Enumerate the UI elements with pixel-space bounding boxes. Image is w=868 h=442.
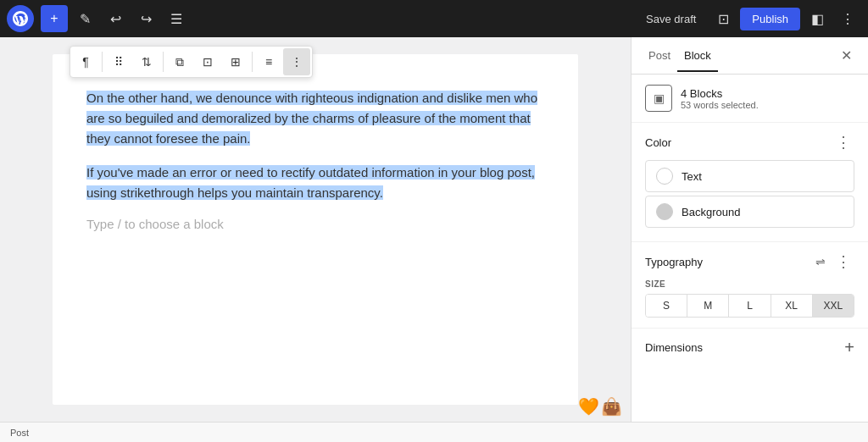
background-color-circle (656, 203, 673, 220)
add-block-button[interactable]: + (41, 5, 68, 32)
editor-area: ¶ ⠿ ⇅ ⧉ ⊡ ⊞ (0, 37, 631, 422)
editor-content[interactable]: ¶ ⠿ ⇅ ⧉ ⊡ ⊞ (53, 54, 578, 405)
drag-icon: ⠿ (114, 55, 123, 69)
typography-filters-button[interactable]: ⇌ (812, 254, 829, 269)
publish-button[interactable]: Publish (740, 8, 800, 30)
pen-icon: ✎ (80, 11, 91, 27)
toolbar-divider (102, 52, 103, 72)
redo-button[interactable]: ↪ (132, 5, 159, 32)
settings-button[interactable]: ◧ (804, 5, 831, 32)
text-align-button[interactable]: ≡ (255, 48, 282, 75)
undo-icon: ↩ (110, 11, 121, 27)
text-align-icon: ≡ (265, 55, 272, 69)
toolbar-divider-2 (163, 52, 164, 72)
add-dimensions-icon: + (844, 338, 854, 356)
text-color-label: Text (682, 170, 702, 183)
paragraph-icon: ¶ (82, 55, 89, 69)
paragraph-type-button[interactable]: ¶ (72, 48, 99, 75)
color-section-title: Color (645, 136, 671, 149)
heart-emoji: 🧡 (578, 396, 599, 417)
paragraph-1: On the other hand, we denounce with righ… (86, 88, 544, 149)
text-color-circle (656, 168, 673, 185)
typography-section: Typography ⇌ ⋮ SIZE S M L XL XXL (632, 242, 868, 329)
toolbar-divider-3 (252, 52, 253, 72)
dimensions-add-button[interactable]: + (844, 339, 854, 356)
size-m-button[interactable]: M (687, 295, 728, 317)
selected-text-1: On the other hand, we denounce with righ… (86, 91, 537, 146)
background-color-label: Background (682, 206, 740, 218)
link-icon: ⧉ (175, 55, 184, 69)
bag-emoji: 👜 (601, 396, 622, 417)
size-l-button[interactable]: L (728, 295, 770, 317)
size-s-button[interactable]: S (646, 295, 687, 317)
tab-block[interactable]: Block (677, 41, 718, 72)
move-up-down-button[interactable]: ⇅ (133, 48, 160, 75)
size-label: SIZE (645, 279, 854, 289)
status-label: Post (10, 428, 29, 438)
pen-button[interactable]: ✎ (71, 5, 98, 32)
more-options-button[interactable]: ⋮ (834, 5, 861, 32)
color-section: Color ⋮ Text Background (632, 123, 868, 242)
wp-logo-icon (12, 10, 29, 27)
blocks-count: 4 Blocks (681, 87, 759, 100)
block-more-icon: ⋮ (291, 55, 303, 69)
status-bar: Post (0, 422, 868, 442)
tab-post[interactable]: Post (642, 41, 677, 72)
dimensions-section: Dimensions + (632, 329, 868, 366)
settings-icon: ◧ (811, 11, 824, 27)
paragraph-2: If you've made an error or need to recti… (86, 163, 544, 203)
align-center-icon: ⊡ (203, 55, 213, 69)
size-xxl-button[interactable]: XXL (812, 295, 854, 317)
undo-button[interactable]: ↩ (102, 5, 129, 32)
blocks-selected: 53 words selected. (681, 100, 759, 110)
bottom-emoji: 🧡 👜 (578, 396, 622, 417)
view-button[interactable]: ⊡ (709, 5, 737, 32)
link-button[interactable]: ⧉ (166, 48, 193, 75)
typography-section-header: Typography ⇌ ⋮ (645, 252, 854, 271)
save-draft-button[interactable]: Save draft (636, 8, 706, 30)
list-icon: ☰ (170, 11, 182, 27)
sidebar-tabs: Post Block ✕ (632, 37, 868, 75)
block-toolbar: ¶ ⠿ ⇅ ⧉ ⊡ ⊞ (70, 46, 313, 78)
typography-section-title: Typography (645, 256, 703, 268)
more-icon: ⋮ (841, 11, 854, 27)
sidebar: Post Block ✕ ▣ 4 Blocks 53 words selecte… (631, 37, 868, 422)
typography-more-icon: ⋮ (836, 253, 851, 270)
color-background-option[interactable]: Background (645, 196, 854, 228)
drag-handle-button[interactable]: ⠿ (105, 48, 132, 75)
block-type-icon: ▣ (654, 91, 665, 105)
blocks-info: ▣ 4 Blocks 53 words selected. (632, 75, 868, 123)
main-layout: ¶ ⠿ ⇅ ⧉ ⊡ ⊞ (0, 37, 868, 422)
block-more-button[interactable]: ⋮ (283, 48, 310, 75)
wp-logo[interactable] (7, 5, 34, 32)
size-xl-button[interactable]: XL (771, 295, 812, 317)
table-button[interactable]: ⊞ (222, 48, 249, 75)
top-bar: + ✎ ↩ ↪ ☰ Save draft ⊡ Publish ◧ ⋮ (0, 0, 868, 37)
color-text-option[interactable]: Text (645, 160, 854, 192)
typography-more-button[interactable]: ⋮ (832, 252, 854, 271)
color-more-icon: ⋮ (836, 134, 851, 151)
color-more-button[interactable]: ⋮ (832, 133, 854, 152)
selected-text-2: If you've made an error or need to recti… (86, 165, 535, 200)
arrows-icon: ⇅ (142, 55, 152, 69)
blocks-details: 4 Blocks 53 words selected. (681, 87, 759, 110)
align-center-button[interactable]: ⊡ (194, 48, 221, 75)
add-icon: + (50, 11, 58, 26)
color-section-header: Color ⋮ (645, 133, 854, 152)
empty-block-placeholder[interactable]: Type / to choose a block (86, 217, 544, 231)
multi-block-icon: ▣ (645, 85, 672, 112)
dimensions-title: Dimensions (645, 341, 703, 354)
size-options: S M L XL XXL (645, 294, 854, 318)
close-sidebar-button[interactable]: ✕ (834, 44, 858, 68)
table-icon: ⊞ (231, 55, 241, 69)
filters-icon: ⇌ (815, 256, 826, 268)
view-icon: ⊡ (718, 11, 729, 27)
close-icon: ✕ (841, 47, 852, 64)
redo-icon: ↪ (141, 11, 152, 27)
list-view-button[interactable]: ☰ (163, 5, 190, 32)
